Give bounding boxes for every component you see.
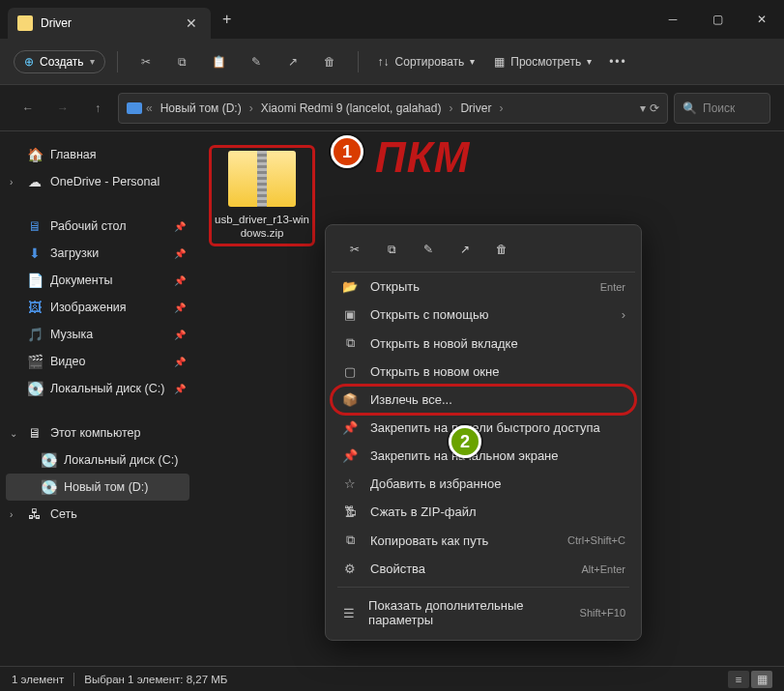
app-icon: ▣ <box>341 307 359 322</box>
sidebar-pictures[interactable]: 🖼Изображения📌 <box>0 294 195 321</box>
pin-icon: 📌 <box>174 302 186 313</box>
window-tab[interactable]: Driver ✕ <box>8 8 211 39</box>
music-icon: 🎵 <box>27 327 43 342</box>
address-bar[interactable]: « Новый том (D:) › Xiaomi Redmi 9 (lance… <box>118 93 668 124</box>
icons-view-button[interactable]: ▦ <box>751 671 772 688</box>
sidebar-disk-c[interactable]: 💽Локальный диск (C:) <box>0 446 195 474</box>
sidebar-localc[interactable]: 💽Локальный диск (C:)📌 <box>0 375 195 402</box>
ctx-pinquick[interactable]: 📌Закрепить на панели быстрого доступа <box>332 414 635 442</box>
navigation-row: ← → ↑ « Новый том (D:) › Xiaomi Redmi 9 … <box>0 85 784 131</box>
sidebar-music[interactable]: 🎵Музыка📌 <box>0 321 195 348</box>
sidebar-onedrive[interactable]: ›☁OneDrive - Personal <box>0 168 195 195</box>
context-menu: ✂ ⧉ ✎ ↗ 🗑 📂ОткрытьEnter ▣Открыть с помощ… <box>325 224 642 641</box>
cut-button[interactable]: ✂ <box>130 45 162 78</box>
download-icon: ⬇ <box>27 245 43 261</box>
annotation-badge-1: 1 <box>331 135 363 168</box>
folder-open-icon: 📂 <box>341 279 359 294</box>
zip-icon: 🗜 <box>341 504 359 519</box>
sidebar-home[interactable]: 🏠Главная <box>0 141 195 168</box>
sidebar-videos[interactable]: 🎬Видео📌 <box>0 348 195 375</box>
context-toolbar: ✂ ⧉ ✎ ↗ 🗑 <box>332 231 635 273</box>
ctx-newwin[interactable]: ▢Открыть в новом окне <box>332 358 635 386</box>
chevron-down-icon[interactable]: ⌄ <box>10 428 17 439</box>
toolbar: ⊕ Создать ▾ ✂ ⧉ 📋 ✎ ↗ 🗑 ↑↓ Сортировать ▾… <box>0 39 784 85</box>
sort-button[interactable]: ↑↓ Сортировать ▾ <box>370 51 483 72</box>
up-button[interactable]: ↑ <box>83 94 112 123</box>
sidebar-network[interactable]: ›🖧Сеть <box>0 501 195 528</box>
copy-button[interactable]: ⧉ <box>166 45 199 78</box>
pin-icon: 📌 <box>174 221 186 232</box>
paste-button[interactable]: 📋 <box>203 45 236 78</box>
ctx-copy-button[interactable]: ⧉ <box>374 235 409 264</box>
ctx-newtab[interactable]: ⧉Открыть в новой вкладке <box>332 329 635 358</box>
sidebar: 🏠Главная ›☁OneDrive - Personal 🖥Рабочий … <box>0 131 195 666</box>
pin-icon: 📌 <box>174 275 186 286</box>
status-selection: Выбран 1 элемент: 8,27 МБ <box>84 674 227 685</box>
ctx-zip[interactable]: 🗜Сжать в ZIP-файл <box>332 498 635 526</box>
view-button[interactable]: ▦ Просмотреть ▾ <box>486 51 599 72</box>
close-window-button[interactable]: ✕ <box>740 0 784 39</box>
desktop-icon: 🖥 <box>27 218 43 234</box>
zip-icon <box>228 151 296 207</box>
network-icon: 🖧 <box>27 506 43 522</box>
pin-icon: 📌 <box>174 248 186 259</box>
maximize-button[interactable]: ▢ <box>695 0 740 39</box>
ctx-rename-button[interactable]: ✎ <box>411 235 446 264</box>
ctx-openwith[interactable]: ▣Открыть с помощью› <box>332 301 635 329</box>
tab-title: Driver <box>41 16 72 30</box>
properties-icon: ⚙ <box>341 561 359 576</box>
window-icon: ▢ <box>341 364 359 379</box>
sidebar-disk-d[interactable]: 💽Новый том (D:) <box>6 474 189 501</box>
details-view-button[interactable]: ≡ <box>728 671 749 688</box>
annotation-label: ПКМ <box>375 133 470 182</box>
sidebar-documents[interactable]: 📄Документы📌 <box>0 267 195 294</box>
sidebar-downloads[interactable]: ⬇Загрузки📌 <box>0 240 195 267</box>
delete-button[interactable]: 🗑 <box>313 45 346 78</box>
ctx-cut-button[interactable]: ✂ <box>337 235 372 264</box>
ctx-extract[interactable]: 📦Извлечь все... <box>332 386 635 414</box>
pin-icon: 📌 <box>174 330 186 340</box>
document-icon: 📄 <box>27 273 43 288</box>
forward-button[interactable]: → <box>48 94 77 123</box>
file-item[interactable]: usb_driver_r13-windows.zip <box>209 145 315 246</box>
address-dropdown[interactable]: ▾ <box>640 101 646 115</box>
extract-icon: 📦 <box>341 392 359 407</box>
close-tab-button[interactable]: ✕ <box>182 15 201 31</box>
chevron-right-icon: › <box>622 307 625 322</box>
ctx-addfav[interactable]: ☆Добавить в избранное <box>332 470 635 498</box>
tab-icon: ⧉ <box>341 335 359 351</box>
ctx-pinstart[interactable]: 📌Закрепить на начальном экране <box>332 442 635 470</box>
ctx-share-button[interactable]: ↗ <box>448 235 482 264</box>
minimize-button[interactable]: ─ <box>651 0 695 39</box>
video-icon: 🎬 <box>27 354 43 369</box>
pin-icon: 📌 <box>341 420 359 435</box>
sidebar-thispc[interactable]: ⌄🖥Этот компьютер <box>0 419 195 446</box>
search-input[interactable]: 🔍 Поиск <box>674 93 770 124</box>
file-name: usb_driver_r13-windows.zip <box>215 213 309 241</box>
pin-icon: 📌 <box>174 384 186 394</box>
ctx-copypath[interactable]: ⧉Копировать как путьCtrl+Shift+C <box>332 526 635 555</box>
more-icon: ☰ <box>341 606 357 620</box>
search-icon: 🔍 <box>682 101 697 115</box>
copy-path-icon: ⧉ <box>341 533 359 548</box>
disk-icon: 💽 <box>27 381 43 396</box>
more-button[interactable]: ••• <box>609 55 627 69</box>
ctx-props[interactable]: ⚙СвойстваAlt+Enter <box>332 555 635 583</box>
sidebar-desktop[interactable]: 🖥Рабочий стол📌 <box>0 213 195 240</box>
chevron-right-icon[interactable]: › <box>10 509 13 520</box>
ctx-delete-button[interactable]: 🗑 <box>484 235 519 264</box>
new-button[interactable]: ⊕ Создать ▾ <box>14 50 105 73</box>
ctx-open[interactable]: 📂ОткрытьEnter <box>332 273 635 301</box>
status-count: 1 элемент <box>12 674 64 685</box>
star-icon: ☆ <box>341 476 359 491</box>
disk-icon: 💽 <box>41 479 56 495</box>
share-button[interactable]: ↗ <box>276 45 309 78</box>
ctx-more[interactable]: ☰Показать дополнительные параметрыShift+… <box>332 591 635 634</box>
back-button[interactable]: ← <box>14 94 43 123</box>
rename-button[interactable]: ✎ <box>240 45 273 78</box>
cloud-icon: ☁ <box>27 174 43 189</box>
pin-icon: 📌 <box>174 357 186 367</box>
refresh-button[interactable]: ⟳ <box>650 101 659 115</box>
new-tab-button[interactable]: + <box>222 11 231 28</box>
chevron-right-icon[interactable]: › <box>10 177 13 187</box>
